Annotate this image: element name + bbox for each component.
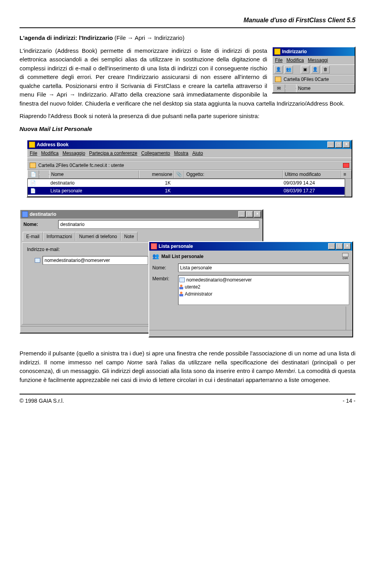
menu-modifica[interactable]: Modifica [286,57,304,64]
ab-vscroll[interactable] [345,179,352,197]
ab-menu-mostra[interactable]: Mostra [174,150,189,157]
row0-size: 1K [138,179,172,186]
ab-title-icon [29,142,35,148]
col-type-icon[interactable]: 📄 [27,170,39,178]
member-row-1[interactable]: utente2 [179,283,348,290]
tab-informazioni[interactable]: Informazioni [43,232,75,241]
card-icon [179,278,185,282]
ab-status: Cartella 2Files 0Cartelle fc.neol.it : u… [27,161,352,170]
lista-close[interactable]: × [344,243,351,249]
menu-file[interactable]: File [275,57,282,64]
col-nome[interactable]: Nome [296,84,355,92]
lista-dir-icon[interactable]: DIR [341,253,349,260]
footer-copyright: © 1998 GAIA S.r.l. [20,397,64,405]
ab-menu-collegamento[interactable]: Collegamento [141,150,170,157]
dest-email-label: Indirizzo e-mail: [27,246,60,253]
doc-header: Manuale d'uso di FirstClass Client 5.5 [20,16,355,25]
dest-maximize[interactable]: □ [246,211,253,217]
lista-subtitle: Mail List personale [161,253,204,260]
dest-minimize[interactable]: _ [238,211,245,217]
small-win-columns: ✉ Nome [273,84,355,93]
term-membri: Membri [275,368,295,374]
small-win-status: Cartella 0Files 0Carte [273,75,355,84]
heading-strong: L'agenda di indirizzi: l'Indirizzario [20,34,113,41]
ab-titlebar[interactable]: Address Book _ □ × [27,140,352,149]
lista-maximize[interactable]: □ [336,243,343,249]
col-flag-icon[interactable] [39,174,49,175]
nuova-mail-list-label: Nuova Mail List Personale [20,125,355,134]
tab-note[interactable]: Note [121,232,138,241]
col-attach-icon[interactable]: 📎 [174,170,184,178]
small-win-titlebar[interactable]: Indirizzario [273,47,355,56]
address-book-window: Address Book _ □ × File Modifica Messagg… [27,140,352,197]
ab-list[interactable]: 📄 destinatario 1K 09/03/99 14.24 📄 Lista… [27,179,345,197]
close-button[interactable]: × [343,142,350,148]
row0-date: 09/03/99 14.24 [282,179,344,186]
ab-columns: 📄 Nome mensione 📎 Oggetto: Ultimo modifi… [27,170,352,179]
ab-menu-aiuto[interactable]: Aiuto [192,150,203,157]
member-row-0[interactable]: nomedestinatario@nomeserver [179,276,348,283]
indirizzario-small-window-wrap: Indirizzario File Modifica Messaggi 👤 👥 … [272,47,355,93]
ab-col-nome[interactable]: Nome [49,170,139,178]
ab-menu-modifica[interactable]: Modifica [41,150,59,157]
dest-title: destinatario [30,211,56,218]
lista-vscroll[interactable] [346,307,352,330]
dest-nome-input[interactable]: destinatario [58,220,259,229]
ab-col-mensione[interactable]: mensione [139,170,174,178]
tab-telefono[interactable]: Numeri di telefono [75,232,120,241]
toolbar-new-person-icon[interactable]: 👤 [274,66,283,74]
col-icon[interactable]: ✉ [273,84,285,92]
toolbar-misc-icon[interactable]: ▣ [301,66,309,74]
minimize-button[interactable]: _ [327,142,334,148]
lista-nome-label: Nome: [152,264,176,271]
member-row-2[interactable]: Administrator [179,290,348,298]
ab-col-ultimo[interactable]: Ultimo modificato [283,170,341,178]
ab-menu-messaggio[interactable]: Messaggio [62,150,85,157]
maximize-button[interactable]: □ [335,142,342,148]
lista-title: Lista personale [159,243,193,250]
lista-titlebar[interactable]: Lista personale _ □ × [149,242,352,251]
lista-membri-label: Membri: [152,275,176,282]
flag-icon[interactable] [343,163,349,168]
lista-title-icon [151,243,157,249]
header-rule [20,27,355,28]
indirizzario-icon [274,48,280,55]
dest-email-input[interactable]: nomedestinatario@nomeserver [43,256,148,265]
heading-light: (File → Apri → Indirizzario) [113,34,184,41]
col-flag[interactable] [285,88,296,89]
row1-date: 08/03/99 17.27 [282,187,344,194]
small-win-menubar[interactable]: File Modifica Messaggi [273,56,355,65]
toolbar-trash-icon[interactable]: 🗑 [321,66,330,74]
ab-row-lista-personale[interactable]: 📄 Lista personale 1K 08/03/99 17.27 [28,187,345,195]
dest-title-icon [22,211,28,217]
lista-minimize[interactable]: _ [328,243,335,249]
toolbar-people-icon[interactable]: 👤 [311,66,320,74]
section-heading: L'agenda di indirizzi: l'Indirizzario (F… [20,34,355,43]
composite-screenshot: Address Book _ □ × File Modifica Messagg… [20,140,355,343]
ab-menubar[interactable]: File Modifica Messaggio Partecipa a conf… [27,149,352,158]
ab-menu-file[interactable]: File [30,150,37,157]
dest-nome-label: Nome: [23,221,38,228]
ab-title: Address Book [37,141,68,148]
toolbar-new-list-icon[interactable]: 👥 [284,66,293,74]
small-win-status-text: Cartella 0Files 0Carte [284,76,329,83]
tab-email[interactable]: E-mail [23,232,43,241]
ab-col-oggetto[interactable]: Oggetto: [184,170,283,178]
ab-status-text: Cartella 2Files 0Cartelle fc.neol.it : u… [38,162,124,169]
dest-titlebar[interactable]: destinatario _ □ × [20,210,262,219]
lista-personale-window: Lista personale _ □ × 👥 Mail List person… [148,241,353,337]
footer-rule [20,394,355,394]
person-icon [179,292,183,296]
dest-close[interactable]: × [254,211,261,217]
col-sort-icon[interactable]: ≡ [341,170,352,178]
dest-tabbar: E-mail Informazioni Numeri di telefono N… [20,232,262,241]
lista-members-input[interactable]: nomedestinatario@nomeserver utente2 Admi… [178,275,349,305]
ab-row-destinatario[interactable]: 📄 destinatario 1K 09/03/99 14.24 [28,179,345,187]
lista-membri-row: Membri: nomedestinatario@nomeserver uten… [149,274,352,307]
ab-menu-partecipa[interactable]: Partecipa a conferenze [89,150,137,157]
menu-messaggi[interactable]: Messaggi [308,57,328,64]
lista-hscroll[interactable] [149,330,352,337]
lista-nome-input[interactable]: Lista personale [178,264,349,272]
person-icon [179,285,183,289]
page-footer: © 1998 GAIA S.r.l. - 14 - [20,397,355,405]
